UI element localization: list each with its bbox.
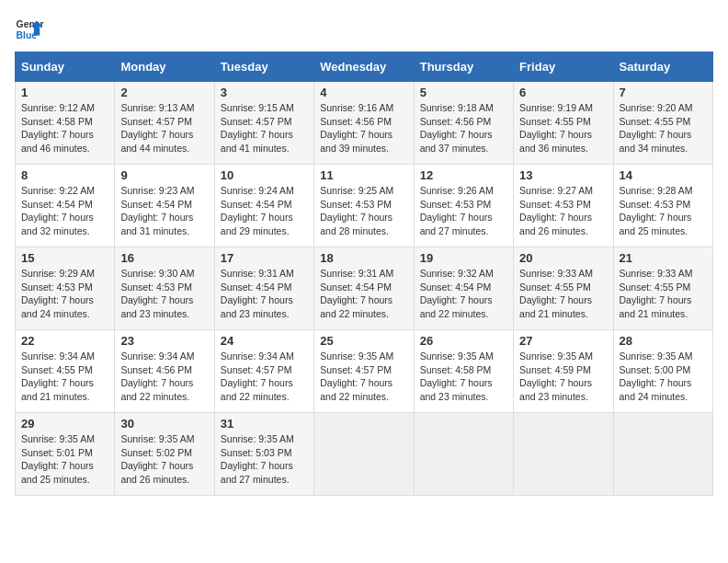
day-info: Sunrise: 9:33 AM Sunset: 4:55 PM Dayligh… — [620, 267, 707, 321]
day-number: 5 — [420, 86, 507, 99]
col-header-friday: Friday — [514, 52, 613, 82]
logo-icon: General Blue — [15, 15, 44, 44]
day-info: Sunrise: 9:35 AM Sunset: 4:57 PM Dayligh… — [320, 350, 407, 404]
day-number: 7 — [620, 86, 707, 99]
calendar-cell — [613, 413, 712, 496]
day-number: 23 — [120, 334, 208, 348]
col-header-sunday: Sunday — [16, 52, 115, 82]
calendar-cell: 19Sunrise: 9:32 AM Sunset: 4:54 PM Dayli… — [414, 247, 513, 330]
day-info: Sunrise: 9:22 AM Sunset: 4:54 PM Dayligh… — [21, 184, 108, 238]
day-number: 10 — [221, 168, 308, 182]
day-number: 17 — [221, 251, 308, 265]
day-number: 9 — [120, 168, 208, 182]
header-row: SundayMondayTuesdayWednesdayThursdayFrid… — [16, 52, 713, 82]
calendar-cell: 20Sunrise: 9:33 AM Sunset: 4:55 PM Dayli… — [514, 247, 613, 330]
day-info: Sunrise: 9:30 AM Sunset: 4:53 PM Dayligh… — [120, 267, 208, 321]
day-info: Sunrise: 9:26 AM Sunset: 4:53 PM Dayligh… — [420, 184, 507, 238]
day-info: Sunrise: 9:31 AM Sunset: 4:54 PM Dayligh… — [320, 267, 407, 321]
day-info: Sunrise: 9:34 AM Sunset: 4:56 PM Dayligh… — [120, 350, 208, 404]
calendar-cell: 6Sunrise: 9:19 AM Sunset: 4:55 PM Daylig… — [514, 82, 613, 165]
calendar-cell: 5Sunrise: 9:18 AM Sunset: 4:56 PM Daylig… — [414, 82, 513, 165]
day-info: Sunrise: 9:31 AM Sunset: 4:54 PM Dayligh… — [221, 267, 308, 321]
week-row-5: 29Sunrise: 9:35 AM Sunset: 5:01 PM Dayli… — [16, 413, 713, 496]
calendar-cell: 4Sunrise: 9:16 AM Sunset: 4:56 PM Daylig… — [314, 82, 414, 165]
calendar-cell: 7Sunrise: 9:20 AM Sunset: 4:55 PM Daylig… — [613, 82, 712, 165]
col-header-saturday: Saturday — [613, 52, 712, 82]
day-info: Sunrise: 9:35 AM Sunset: 4:59 PM Dayligh… — [519, 350, 607, 404]
day-number: 28 — [620, 334, 707, 348]
calendar-cell: 24Sunrise: 9:34 AM Sunset: 4:57 PM Dayli… — [214, 330, 313, 413]
day-number: 29 — [21, 417, 108, 431]
day-info: Sunrise: 9:34 AM Sunset: 4:55 PM Dayligh… — [21, 350, 108, 404]
day-info: Sunrise: 9:25 AM Sunset: 4:53 PM Dayligh… — [320, 184, 407, 238]
col-header-monday: Monday — [115, 52, 214, 82]
calendar-cell: 27Sunrise: 9:35 AM Sunset: 4:59 PM Dayli… — [514, 330, 613, 413]
calendar-cell: 26Sunrise: 9:35 AM Sunset: 4:58 PM Dayli… — [414, 330, 513, 413]
day-info: Sunrise: 9:35 AM Sunset: 5:01 PM Dayligh… — [21, 432, 108, 487]
day-number: 11 — [320, 168, 407, 182]
col-header-wednesday: Wednesday — [314, 52, 414, 82]
logo: General Blue — [15, 15, 44, 44]
day-number: 25 — [320, 334, 407, 348]
day-number: 12 — [420, 168, 507, 182]
day-info: Sunrise: 9:15 AM Sunset: 4:57 PM Dayligh… — [221, 101, 308, 155]
day-info: Sunrise: 9:28 AM Sunset: 4:53 PM Dayligh… — [620, 184, 707, 238]
calendar-cell: 18Sunrise: 9:31 AM Sunset: 4:54 PM Dayli… — [314, 247, 414, 330]
day-info: Sunrise: 9:20 AM Sunset: 4:55 PM Dayligh… — [620, 101, 707, 155]
col-header-tuesday: Tuesday — [214, 52, 313, 82]
day-info: Sunrise: 9:19 AM Sunset: 4:55 PM Dayligh… — [519, 101, 607, 155]
day-number: 13 — [519, 168, 607, 182]
calendar-cell: 31Sunrise: 9:35 AM Sunset: 5:03 PM Dayli… — [214, 413, 313, 496]
day-number: 30 — [120, 417, 208, 431]
day-info: Sunrise: 9:24 AM Sunset: 4:54 PM Dayligh… — [221, 184, 308, 238]
calendar-cell: 25Sunrise: 9:35 AM Sunset: 4:57 PM Dayli… — [314, 330, 414, 413]
day-number: 21 — [620, 251, 707, 265]
day-number: 4 — [320, 86, 407, 99]
calendar-cell: 2Sunrise: 9:13 AM Sunset: 4:57 PM Daylig… — [115, 82, 214, 165]
day-info: Sunrise: 9:35 AM Sunset: 5:00 PM Dayligh… — [620, 350, 707, 404]
calendar-cell: 21Sunrise: 9:33 AM Sunset: 4:55 PM Dayli… — [613, 247, 712, 330]
day-info: Sunrise: 9:18 AM Sunset: 4:56 PM Dayligh… — [420, 101, 507, 155]
day-number: 18 — [320, 251, 407, 265]
calendar-cell: 13Sunrise: 9:27 AM Sunset: 4:53 PM Dayli… — [514, 165, 613, 247]
header: General Blue — [15, 15, 713, 44]
calendar-cell — [314, 413, 414, 496]
day-info: Sunrise: 9:35 AM Sunset: 5:03 PM Dayligh… — [221, 432, 308, 487]
day-number: 19 — [420, 251, 507, 265]
calendar-cell: 10Sunrise: 9:24 AM Sunset: 4:54 PM Dayli… — [214, 165, 313, 247]
day-number: 16 — [120, 251, 208, 265]
day-info: Sunrise: 9:33 AM Sunset: 4:55 PM Dayligh… — [519, 267, 607, 321]
calendar-cell: 29Sunrise: 9:35 AM Sunset: 5:01 PM Dayli… — [16, 413, 115, 496]
day-number: 20 — [519, 251, 607, 265]
day-info: Sunrise: 9:32 AM Sunset: 4:54 PM Dayligh… — [420, 267, 507, 321]
day-number: 6 — [519, 86, 607, 99]
day-info: Sunrise: 9:16 AM Sunset: 4:56 PM Dayligh… — [320, 101, 407, 155]
day-number: 3 — [221, 86, 308, 99]
calendar-cell: 15Sunrise: 9:29 AM Sunset: 4:53 PM Dayli… — [16, 247, 115, 330]
day-info: Sunrise: 9:23 AM Sunset: 4:54 PM Dayligh… — [120, 184, 208, 238]
day-info: Sunrise: 9:27 AM Sunset: 4:53 PM Dayligh… — [519, 184, 607, 238]
calendar-cell: 1Sunrise: 9:12 AM Sunset: 4:58 PM Daylig… — [16, 82, 115, 165]
col-header-thursday: Thursday — [414, 52, 513, 82]
calendar-cell: 28Sunrise: 9:35 AM Sunset: 5:00 PM Dayli… — [613, 330, 712, 413]
day-info: Sunrise: 9:29 AM Sunset: 4:53 PM Dayligh… — [21, 267, 108, 321]
calendar-cell: 17Sunrise: 9:31 AM Sunset: 4:54 PM Dayli… — [214, 247, 313, 330]
calendar-cell: 3Sunrise: 9:15 AM Sunset: 4:57 PM Daylig… — [214, 82, 313, 165]
calendar-cell: 8Sunrise: 9:22 AM Sunset: 4:54 PM Daylig… — [16, 165, 115, 247]
day-number: 2 — [120, 86, 208, 99]
day-number: 14 — [620, 168, 707, 182]
day-info: Sunrise: 9:35 AM Sunset: 5:02 PM Dayligh… — [120, 432, 208, 487]
week-row-4: 22Sunrise: 9:34 AM Sunset: 4:55 PM Dayli… — [16, 330, 713, 413]
calendar-cell: 30Sunrise: 9:35 AM Sunset: 5:02 PM Dayli… — [115, 413, 214, 496]
day-info: Sunrise: 9:34 AM Sunset: 4:57 PM Dayligh… — [221, 350, 308, 404]
day-info: Sunrise: 9:13 AM Sunset: 4:57 PM Dayligh… — [120, 101, 208, 155]
calendar-table: SundayMondayTuesdayWednesdayThursdayFrid… — [15, 52, 713, 496]
day-number: 24 — [221, 334, 308, 348]
calendar-cell: 9Sunrise: 9:23 AM Sunset: 4:54 PM Daylig… — [115, 165, 214, 247]
day-number: 8 — [21, 168, 108, 182]
calendar-cell: 14Sunrise: 9:28 AM Sunset: 4:53 PM Dayli… — [613, 165, 712, 247]
day-info: Sunrise: 9:12 AM Sunset: 4:58 PM Dayligh… — [21, 101, 108, 155]
calendar-cell: 23Sunrise: 9:34 AM Sunset: 4:56 PM Dayli… — [115, 330, 214, 413]
week-row-2: 8Sunrise: 9:22 AM Sunset: 4:54 PM Daylig… — [16, 165, 713, 247]
calendar-cell: 12Sunrise: 9:26 AM Sunset: 4:53 PM Dayli… — [414, 165, 513, 247]
